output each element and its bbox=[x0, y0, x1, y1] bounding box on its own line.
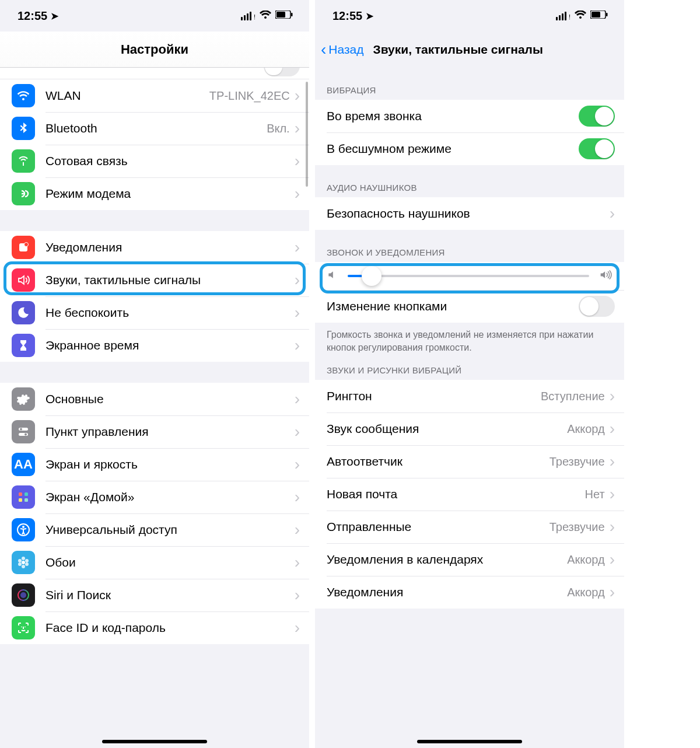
row-label: Звуки, тактильные сигналы bbox=[46, 273, 295, 287]
home-indicator[interactable] bbox=[417, 740, 522, 743]
row-label: Основные bbox=[46, 392, 295, 406]
chevron-right-icon: › bbox=[295, 587, 300, 603]
row-bluetooth[interactable]: Bluetooth Вкл. › bbox=[0, 112, 309, 145]
row-new-mail[interactable]: Новая почта Нет › bbox=[315, 478, 624, 511]
row-ringtone[interactable]: Рингтон Вступление › bbox=[315, 380, 624, 413]
switches-icon bbox=[12, 420, 35, 443]
svg-point-21 bbox=[18, 559, 22, 562]
chevron-right-icon: › bbox=[295, 456, 300, 473]
row-label: Изменение кнопками bbox=[327, 299, 579, 313]
section-footer-ringer: Громкость звонка и уведомлений не изменя… bbox=[315, 323, 624, 357]
svg-point-23 bbox=[20, 592, 26, 598]
row-sounds[interactable]: Звуки, тактильные сигналы › bbox=[0, 264, 309, 296]
back-label: Назад bbox=[328, 43, 363, 57]
row-general[interactable]: Основные › bbox=[0, 383, 309, 415]
row-wallpaper[interactable]: Обои › bbox=[0, 546, 309, 579]
svg-point-15 bbox=[22, 561, 25, 564]
row-label: Экран и яркость bbox=[46, 457, 295, 471]
chevron-right-icon: › bbox=[295, 522, 300, 538]
row-label: Уведомления bbox=[46, 240, 295, 254]
row-do-not-disturb[interactable]: Не беспокоить › bbox=[0, 296, 309, 329]
accessibility-icon bbox=[12, 518, 35, 541]
row-label: Пункт управления bbox=[46, 425, 295, 439]
row-accessibility[interactable]: Универсальный доступ › bbox=[0, 513, 309, 546]
row-hotspot[interactable]: Режим модема › bbox=[0, 177, 309, 210]
row-value: Аккорд bbox=[567, 586, 605, 599]
row-voicemail[interactable]: Автоответчик Трезвучие › bbox=[315, 445, 624, 478]
settings-group-connectivity: WLAN TP-LINK_42EC › Bluetooth Вкл. › Сот… bbox=[0, 79, 309, 210]
status-bar: 12:55 ➤ ! bbox=[0, 0, 309, 32]
row-label: Сотовая связь bbox=[46, 154, 295, 168]
svg-point-14 bbox=[22, 526, 24, 528]
row-label: Siri и Поиск bbox=[46, 588, 295, 602]
row-label: Отправленные bbox=[327, 520, 550, 534]
moon-icon bbox=[12, 301, 35, 324]
chevron-right-icon: › bbox=[610, 551, 615, 568]
chevron-right-icon: › bbox=[610, 486, 615, 502]
svg-rect-25 bbox=[592, 12, 600, 18]
svg-rect-2 bbox=[291, 13, 293, 16]
section-header-ringer: ЗВОНОК И УВЕДОМЛЕНИЯ bbox=[315, 230, 624, 262]
row-label: WLAN bbox=[46, 89, 209, 103]
face-icon bbox=[12, 616, 35, 639]
row-wlan[interactable]: WLAN TP-LINK_42EC › bbox=[0, 79, 309, 112]
battery-icon bbox=[275, 11, 293, 21]
row-display[interactable]: AA Экран и яркость › bbox=[0, 448, 309, 481]
section-header-headphone: АУДИО НАУШНИКОВ bbox=[315, 165, 624, 197]
row-label: Face ID и код-пароль bbox=[46, 621, 295, 635]
chevron-right-icon: › bbox=[295, 424, 300, 440]
row-screen-time[interactable]: Экранное время › bbox=[0, 329, 309, 362]
wifi-icon bbox=[575, 11, 586, 22]
chevron-right-icon: › bbox=[610, 205, 615, 222]
volume-slider[interactable] bbox=[348, 275, 589, 277]
cellular-signal-icon: ! bbox=[556, 12, 570, 20]
sounds-detail-screen: 12:55 ➤ ! ‹ Назад Звуки, тактильные сигн… bbox=[315, 0, 624, 748]
home-indicator[interactable] bbox=[102, 740, 207, 743]
chevron-right-icon: › bbox=[295, 239, 300, 256]
row-vibrate-on-silent[interactable]: В бесшумном режиме bbox=[315, 132, 624, 165]
back-button[interactable]: ‹ Назад bbox=[315, 41, 364, 58]
row-text-tone[interactable]: Звук сообщения Аккорд › bbox=[315, 413, 624, 445]
status-time: 12:55 bbox=[332, 9, 362, 23]
chevron-left-icon: ‹ bbox=[321, 41, 326, 58]
chevron-right-icon: › bbox=[295, 88, 300, 104]
row-value: Аккорд bbox=[567, 553, 605, 567]
toggle-vibrate-silent[interactable] bbox=[579, 138, 615, 159]
row-label: Автоответчик bbox=[327, 455, 550, 469]
row-label: Обои bbox=[46, 555, 295, 569]
svg-rect-1 bbox=[276, 12, 285, 18]
svg-rect-11 bbox=[19, 498, 22, 502]
page-title: Настройки bbox=[0, 42, 309, 57]
grid-icon bbox=[12, 485, 35, 509]
row-siri[interactable]: Siri и Поиск › bbox=[0, 579, 309, 611]
row-control-center[interactable]: Пункт управления › bbox=[0, 415, 309, 448]
row-value: Аккорд bbox=[567, 422, 605, 436]
row-faceid[interactable]: Face ID и код-пароль › bbox=[0, 611, 309, 644]
chevron-right-icon: › bbox=[295, 489, 300, 505]
scroll-indicator[interactable] bbox=[306, 82, 308, 187]
row-change-with-buttons[interactable]: Изменение кнопками bbox=[315, 290, 624, 323]
chevron-right-icon: › bbox=[610, 421, 615, 437]
svg-point-17 bbox=[25, 559, 29, 562]
row-headphone-safety[interactable]: Безопасность наушников › bbox=[315, 197, 624, 230]
row-calendar-alerts[interactable]: Уведомления в календарях Аккорд › bbox=[315, 543, 624, 576]
row-reminder-alerts[interactable]: Уведомления Аккорд › bbox=[315, 576, 624, 609]
slider-thumb[interactable] bbox=[362, 266, 382, 286]
chevron-right-icon: › bbox=[295, 554, 300, 571]
toggle-vibrate-ring[interactable] bbox=[579, 106, 615, 127]
wifi-icon bbox=[260, 11, 271, 22]
row-label: Во время звонка bbox=[327, 109, 579, 123]
row-vibrate-on-ring[interactable]: Во время звонка bbox=[315, 100, 624, 132]
wifi-icon bbox=[12, 84, 35, 107]
row-home-screen[interactable]: Экран «Домой» › bbox=[0, 481, 309, 513]
svg-rect-9 bbox=[19, 492, 22, 496]
row-cellular[interactable]: Сотовая связь › bbox=[0, 145, 309, 177]
svg-rect-26 bbox=[606, 13, 608, 16]
toggle-change-with-buttons[interactable] bbox=[579, 296, 615, 317]
row-notifications[interactable]: Уведомления › bbox=[0, 231, 309, 264]
svg-rect-12 bbox=[24, 498, 28, 502]
page-title: Звуки, тактильные сигналы bbox=[373, 43, 543, 57]
airplane-mode-row-partial[interactable] bbox=[0, 68, 309, 79]
row-sent-mail[interactable]: Отправленные Трезвучие › bbox=[315, 511, 624, 543]
status-time: 12:55 bbox=[18, 9, 47, 23]
